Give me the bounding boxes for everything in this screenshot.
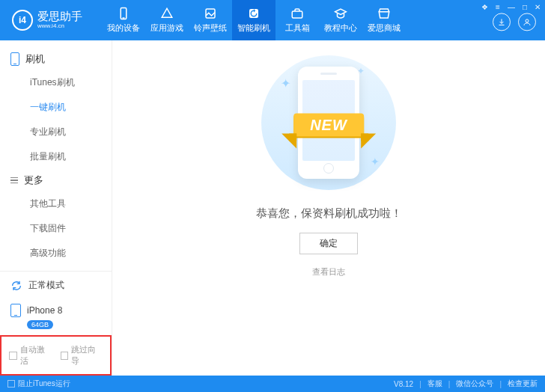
primary-nav: 我的设备 应用游戏 铃声壁纸 智能刷机 工具箱 教程中心 爱思商城 [102,0,406,40]
checkbox-block-itunes[interactable]: 阻止iTunes运行 [7,379,70,389]
nav-ringtones[interactable]: 铃声壁纸 [189,0,232,40]
checkbox-box-icon [7,380,15,388]
bottom-options-row: 自动激活 跳过向导 [0,335,112,376]
nav-label: 智能刷机 [237,22,270,34]
brand-url: www.i4.cn [37,23,82,30]
brand: i4 爱思助手 www.i4.cn [0,10,102,31]
version-label: V8.12 [394,380,413,388]
nav-apps-games[interactable]: 应用游戏 [145,0,189,40]
maximize-icon[interactable]: □ [523,3,527,11]
sidebar-section-label: 刷机 [25,52,45,66]
store-icon [377,7,391,20]
checkbox-auto-activate[interactable]: 自动激活 [9,344,52,367]
device-capacity-badge: 64GB [27,320,53,329]
checkbox-label: 阻止iTunes运行 [18,379,70,389]
close-icon[interactable]: ✕ [535,3,541,11]
account-button[interactable] [518,13,536,31]
hamburger-icon [10,177,18,184]
device-row[interactable]: iPhone 8 [0,299,112,319]
user-icon [523,17,532,26]
sidebar-item-oneclick-flash[interactable]: 一键刷机 [0,95,112,120]
graduation-icon [334,7,347,20]
nav-tutorials[interactable]: 教程中心 [319,0,362,40]
svg-rect-4 [292,11,302,18]
nav-store[interactable]: 爱思商城 [362,0,406,40]
nav-label: 我的设备 [107,22,140,34]
download-button[interactable] [493,13,511,31]
nav-label: 应用游戏 [150,22,183,34]
device-name: iPhone 8 [27,305,62,316]
ok-button[interactable]: 确定 [299,233,358,254]
refresh-icon [10,280,22,292]
window-controls: ❖ ≡ — □ ✕ [481,3,541,11]
checkbox-label: 自动激活 [20,344,52,367]
success-illustration: ✦ ✦ ✦ NEW [261,55,396,190]
checkbox-box-icon [61,352,69,360]
sidebar-item-other-tools[interactable]: 其他工具 [0,192,112,216]
menu-icon[interactable]: ≡ [496,3,500,11]
separator: | [499,380,502,388]
checkbox-label: 跳过向导 [71,344,103,367]
sidebar-item-batch-flash[interactable]: 批量刷机 [0,144,112,169]
checkbox-box-icon [9,352,17,360]
svg-point-5 [526,19,529,22]
nav-toolbox[interactable]: 工具箱 [275,0,319,40]
nav-my-device[interactable]: 我的设备 [102,0,145,40]
separator: | [448,380,451,388]
nav-label: 工具箱 [285,22,310,34]
image-icon [204,7,217,20]
nav-smart-flash[interactable]: 智能刷机 [232,0,275,40]
sparkle-icon: ✦ [281,76,290,91]
header-right-actions [493,13,536,31]
checkbox-skip-guide[interactable]: 跳过向导 [61,344,103,367]
sidebar-section-label: 更多 [24,174,43,187]
view-log-link[interactable]: 查看日志 [312,266,345,278]
minimize-icon[interactable]: — [508,3,515,11]
main-content: ✦ ✦ ✦ NEW 恭喜您，保资料刷机成功啦！ 确定 查看日志 [112,40,545,376]
phone-icon [117,7,130,20]
brand-name: 爱思助手 [37,10,82,23]
app-body: 刷机 iTunes刷机 一键刷机 专业刷机 批量刷机 更多 其他工具 下载固件 … [0,40,545,376]
nav-label: 铃声壁纸 [194,22,227,34]
brand-logo-icon: i4 [12,10,33,31]
check-update-link[interactable]: 检查更新 [508,379,538,389]
nav-label: 爱思商城 [368,22,401,34]
sidebar: 刷机 iTunes刷机 一键刷机 专业刷机 批量刷机 更多 其他工具 下载固件 … [0,40,112,376]
status-right: V8.12 | 客服 | 微信公众号 | 检查更新 [394,379,538,389]
sparkle-icon: ✦ [371,156,380,168]
separator: | [419,380,421,388]
settings-icon[interactable]: ❖ [481,3,488,11]
app-header: i4 爱思助手 www.i4.cn 我的设备 应用游戏 铃声壁纸 智能刷机 工具… [0,0,545,40]
appstore-icon [160,7,174,20]
success-message: 恭喜您，保资料刷机成功啦！ [256,206,402,221]
support-link[interactable]: 客服 [427,379,442,389]
sidebar-item-itunes-flash[interactable]: iTunes刷机 [0,70,112,95]
wechat-link[interactable]: 微信公众号 [456,379,493,389]
phone-outline-icon [10,52,19,66]
new-ribbon: NEW [293,114,364,137]
sidebar-item-pro-flash[interactable]: 专业刷机 [0,120,112,144]
refresh-square-icon [247,7,261,20]
status-bar: 阻止iTunes运行 V8.12 | 客服 | 微信公众号 | 检查更新 [0,376,545,392]
nav-label: 教程中心 [324,22,357,34]
device-mode-label: 正常模式 [28,279,64,292]
brand-text: 爱思助手 www.i4.cn [37,10,82,29]
sidebar-section-more: 更多 [0,169,112,192]
sidebar-section-flash: 刷机 [0,48,112,70]
toolbox-icon [290,7,304,20]
sidebar-item-download-fw[interactable]: 下载固件 [0,216,112,241]
device-mode-row[interactable]: 正常模式 [0,272,112,299]
sidebar-bottom: 正常模式 iPhone 8 64GB 自动激活 跳过向导 [0,271,112,376]
sidebar-item-advanced[interactable]: 高级功能 [0,241,112,266]
download-icon [497,17,506,26]
phone-outline-icon [10,304,21,317]
